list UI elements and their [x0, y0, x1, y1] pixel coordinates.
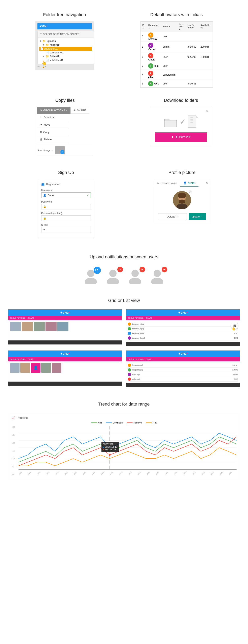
email-icon: ✉	[43, 228, 45, 231]
signup-section: Sign Up 👥 Registration Username 👤 ✓	[38, 164, 94, 238]
copy-icon: ⧉	[40, 130, 42, 134]
thumb-5	[57, 322, 68, 331]
pink-subheader-3: GROUP ACTIONS ▾ SHARE	[8, 357, 122, 362]
download-icon: ⬇	[40, 116, 42, 119]
trend-chart-section: Trend chart for date range 📈 Trendline A…	[0, 394, 248, 485]
avatar-image-wrapper: ✕	[173, 191, 191, 209]
dropdown-item-delete[interactable]: 🗑 Delete	[37, 136, 69, 143]
valid-check-icon: ✓	[87, 194, 89, 197]
vfm-logo-2: ✦VFM*	[178, 311, 188, 314]
folder-label: subfolder01	[44, 47, 58, 50]
col-folder: User's folder	[186, 22, 199, 32]
profile-body: ✕ Upload ⬆ update ✓	[154, 187, 210, 224]
download-line	[18, 433, 237, 458]
chart-svg-container: 01/03/2022 ■ Download: 10 ■ Remove: 10	[18, 426, 237, 471]
user-notif-4: ✉	[149, 268, 165, 284]
tab-update-profile[interactable]: ✏ Update profile	[154, 180, 180, 187]
zip-file-icon	[188, 115, 199, 128]
tree-item-subfolder02[interactable]: 📄 subfolder02	[39, 50, 92, 54]
group-actions-button[interactable]: ⚙ GROUP ACTIONS ▾	[37, 107, 70, 114]
email-label: E-mail	[41, 223, 91, 226]
upload-notifications-title: Upload notifications between users	[8, 248, 240, 264]
dropdown-item-move[interactable]: ➔ Move	[37, 121, 69, 128]
preview-4: ✦VFM* GROUP ACTIONS ▾ SHARE document.pdf…	[126, 350, 240, 388]
password-input[interactable]	[47, 205, 89, 208]
profile-widget: ✏ Update profile 👤 Avatar ✕	[154, 179, 210, 224]
thumb-3	[34, 322, 45, 331]
delete-icon: 🗑	[40, 138, 42, 141]
share-button[interactable]: ✈ SHARE	[70, 107, 89, 114]
thumb-1	[10, 322, 21, 331]
thumb-grid-2: 👤	[10, 363, 120, 373]
thumb-g-3: 👤	[31, 363, 40, 373]
tab-avatar[interactable]: 👤 Avatar	[180, 180, 199, 187]
trend-chart-title: Trend chart for date range	[8, 396, 240, 411]
dropdown-item-download[interactable]: ⬇ Download	[37, 114, 69, 121]
vfm-logo-1: ✦VFM*	[60, 311, 70, 314]
avatar-remove-button[interactable]: ✕	[188, 190, 192, 194]
tree-item-folder01[interactable]: ▼ 📁 folder01	[39, 43, 92, 47]
list-item: video.mp4 45 MB	[128, 372, 238, 377]
audio-zip-button[interactable]: ⬇ AUDIO.ZIP	[155, 132, 207, 142]
grid-view-toggle-button[interactable]: ⊞	[231, 322, 238, 329]
user-notif-1	[83, 268, 99, 284]
col-space: Available sp	[199, 22, 212, 32]
tree-item-subfolder01[interactable]: 📄 subfolder01	[39, 47, 92, 50]
folder-label: folder02	[50, 55, 59, 58]
list-item: audio.mp3 8 MB	[128, 377, 238, 382]
svg-point-16	[129, 278, 141, 284]
password-confirm-group: Password (confirm) 🔒	[41, 212, 91, 221]
email-input[interactable]	[46, 228, 89, 231]
legend-remove: Remove	[127, 422, 142, 424]
legend-download-color	[106, 422, 112, 423]
dropdown-item-copy[interactable]: ⧉ Copy	[37, 128, 69, 136]
upload-notifications-section: Upload notifications between users	[0, 244, 248, 290]
avatars-table: ID ▲ Username ▲ Role ▲ E-mail ▲ User's f…	[140, 21, 213, 88]
svg-point-15	[131, 270, 139, 277]
grid-list-title: Grid or List view	[8, 292, 240, 307]
registration-widget: 👥 Registration Username 👤 ✓ Password	[38, 179, 94, 238]
chart-area-wrapper: 30 25 20 15 10 5 0	[18, 426, 237, 476]
table-row: 4 A Albert superadmin	[141, 70, 213, 80]
preview-header-2: ✦VFM*	[126, 310, 240, 316]
svg-point-11	[87, 270, 94, 277]
tree-item-folder02-subfolder01[interactable]: 📄 subfolder01	[39, 58, 92, 62]
preview-1: ✦VFM* GROUP ACTIONS ▾ SHARE	[8, 309, 122, 346]
preview-body-2: filename_1.jpg 12 KB filename_2.jpg 24 K…	[126, 320, 240, 342]
dropdown-menu: ⬇ Download ➔ Move ⧉ Copy 🗑 Delete	[37, 114, 69, 143]
tooltip-date: 01/03/2022	[103, 443, 117, 446]
group-actions-bar: ⚙ GROUP ACTIONS ▾ ✈ SHARE	[37, 107, 93, 114]
folder-label: subfolder01	[50, 59, 63, 62]
folder-icon: 📁	[42, 40, 46, 42]
username-input[interactable]	[47, 194, 86, 197]
tree-item-folder02[interactable]: ▼ 📁 folder02	[39, 54, 92, 58]
download-icon: ⬇	[171, 135, 174, 139]
check-icon: ✓	[201, 215, 203, 218]
file-icon: 📄	[46, 59, 49, 62]
profile-close-button[interactable]: ✕	[206, 182, 208, 184]
close-button[interactable]: ✕	[206, 109, 209, 114]
list-item: filename_2.jpg 24 KB	[128, 326, 238, 331]
legend-play: Play	[146, 422, 157, 424]
legend-play-color	[146, 422, 152, 423]
password-label: Password	[41, 200, 91, 203]
tree-item-uploads[interactable]: ▼ 📁 uploads	[39, 39, 92, 43]
thumb-g-2	[20, 363, 30, 373]
tooltip-remove: ■ Remove: 10	[103, 448, 117, 451]
upload-button[interactable]: Upload ⬆	[158, 213, 187, 220]
preview-footer-1	[8, 340, 122, 344]
group-actions-widget: ⚙ GROUP ACTIONS ▾ ✈ SHARE ⬇ Download	[37, 107, 93, 156]
thumb-g-5	[52, 363, 61, 373]
password-confirm-input[interactable]	[47, 217, 89, 220]
folder-tree-widget: ☰ SELECT DESTINATION FOLDER ▼ 📁 uploads …	[37, 31, 94, 64]
legend-add: Add	[91, 422, 102, 424]
svg-rect-3	[190, 117, 193, 118]
col-id: ID ▲	[141, 22, 147, 32]
svg-point-8	[178, 193, 186, 198]
pink-subheader-2: GROUP ACTIONS ▾ SHARE	[126, 316, 240, 320]
preview-body-4: document.pdf 156 KB image001.jpg 2.4 MB …	[126, 362, 240, 383]
profile-actions: Upload ⬆ update ✓	[158, 213, 206, 220]
download-folders-title: Download folders	[151, 92, 211, 107]
update-button[interactable]: update ✓	[189, 213, 206, 220]
list-item: document.pdf 156 KB	[128, 363, 238, 368]
